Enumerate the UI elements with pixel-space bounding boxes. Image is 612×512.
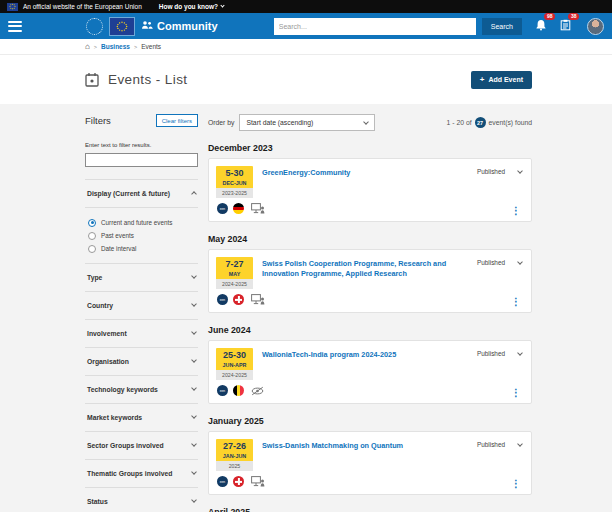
een-badge-icon: een [217, 203, 228, 214]
event-card[interactable]: 5-30 DEC-JUN 2023-2025 GreenEnergy:Commu… [208, 158, 532, 222]
radio-icon[interactable] [88, 245, 96, 253]
notifications-button[interactable]: 98 [535, 17, 547, 35]
filter-section[interactable]: Involvement [85, 320, 198, 348]
filter-section-label: Status [87, 498, 108, 505]
filter-section[interactable]: Thematic Groups involved [85, 460, 198, 488]
kebab-menu-icon[interactable]: ⋮ [511, 206, 521, 216]
month-header: June 2024 [208, 325, 532, 335]
event-date-ticket: 25-30 JUN-APR 2024-2025 [216, 348, 253, 380]
filter-section[interactable]: Type [85, 264, 198, 292]
results-count: 1 - 20 of 27 event(s) found [447, 117, 532, 128]
een-network-logo [86, 18, 103, 35]
filter-section-display[interactable]: Display (Current & future) [85, 179, 198, 208]
filter-section[interactable]: Organisation [85, 348, 198, 376]
event-status[interactable]: Published [477, 168, 522, 175]
event-month-group: May 2024 7-27 MAY 2024-2025 Swiss Polish… [208, 234, 532, 313]
breadcrumb: ⌂ > Business > Events [0, 39, 612, 54]
clear-filters-button[interactable]: Clear filters [156, 114, 198, 127]
chevron-down-icon [364, 119, 370, 125]
radio-icon[interactable] [88, 232, 96, 240]
event-status[interactable]: Published [477, 441, 522, 448]
event-title-link[interactable]: Swiss Polish Cooperation Programme, Rese… [262, 259, 459, 279]
radio-label: Current and future events [101, 219, 172, 226]
radio-label: Date interval [101, 245, 136, 252]
event-date-months: JUN-APR [216, 362, 253, 368]
search-button[interactable]: Search [482, 18, 522, 35]
home-icon[interactable]: ⌂ [85, 43, 90, 51]
menu-button[interactable] [8, 21, 22, 32]
een-badge-icon: een [217, 385, 228, 396]
filter-section[interactable]: Sector Groups involved [85, 432, 198, 460]
kebab-menu-icon[interactable]: ⋮ [511, 297, 521, 307]
radio-icon[interactable] [88, 219, 96, 227]
tasks-button[interactable]: 38 [560, 17, 571, 35]
user-avatar[interactable] [587, 18, 604, 35]
eye-event-icon [251, 386, 264, 396]
display-option[interactable]: Date interval [88, 245, 198, 253]
event-date-range: 27-26 [216, 442, 253, 452]
order-by-label: Order by [208, 119, 234, 126]
chevron-down-icon [191, 329, 197, 335]
event-title-link[interactable]: WalloniaTech-India program 2024-2025 [262, 350, 459, 360]
event-date-months: MAY [216, 271, 253, 277]
kebab-menu-icon[interactable]: ⋮ [511, 479, 521, 489]
results-count-badge: 27 [475, 117, 486, 128]
event-title-link[interactable]: Swiss-Danish Matchmaking on Quantum [262, 441, 459, 451]
filter-section[interactable]: Technology keywords [85, 376, 198, 404]
month-header: January 2025 [208, 416, 532, 426]
how-do-you-know-label: How do you know? [159, 3, 218, 10]
event-month-group: June 2024 25-30 JUN-APR 2024-2025 Wallon… [208, 325, 532, 404]
country-flag-icon [233, 294, 244, 305]
chevron-down-icon [191, 413, 197, 419]
event-title-link[interactable]: GreenEnergy:Community [262, 168, 459, 178]
country-flag-icon [233, 385, 244, 396]
display-option[interactable]: Current and future events [88, 219, 198, 227]
event-date-years: 2024-2025 [216, 370, 253, 380]
group-cards: 7-27 MAY 2024-2025 Swiss Polish Cooperat… [208, 249, 532, 313]
event-date-ticket: 27-26 JAN-JUN 2025 [216, 439, 253, 471]
order-by-value: Start date (ascending) [246, 119, 313, 126]
official-banner-text: An official website of the European Unio… [23, 3, 142, 10]
filter-section-label: Thematic Groups involved [87, 470, 172, 477]
month-header: May 2024 [208, 234, 532, 244]
chevron-down-icon [517, 259, 523, 265]
event-card[interactable]: 27-26 JAN-JUN 2025 Swiss-Danish Matchmak… [208, 431, 532, 495]
display-options: Current and future events Past events Da… [85, 208, 198, 264]
chevron-down-icon [191, 273, 197, 279]
filter-section-label: Involvement [87, 330, 127, 337]
community-home-link[interactable]: Community [141, 20, 218, 32]
search-input[interactable] [274, 18, 476, 35]
how-do-you-know-toggle[interactable]: How do you know? [159, 3, 224, 10]
event-status[interactable]: Published [477, 259, 522, 266]
event-card[interactable]: 7-27 MAY 2024-2025 Swiss Polish Cooperat… [208, 249, 532, 313]
order-by-select[interactable]: Start date (ascending) [239, 114, 375, 131]
filter-section[interactable]: Status [85, 488, 198, 512]
month-header: December 2023 [208, 143, 532, 153]
filter-sections: Type Country Involvement Organisation Te… [85, 264, 198, 512]
kebab-menu-icon[interactable]: ⋮ [511, 388, 521, 398]
display-option[interactable]: Past events [88, 232, 198, 240]
filter-section-label: Type [87, 274, 102, 281]
chevron-down-icon [191, 357, 197, 363]
event-meta-icons: een [217, 294, 265, 305]
tasks-badge: 38 [568, 13, 579, 20]
filter-section[interactable]: Country [85, 292, 198, 320]
filter-section-label: Display (Current & future) [87, 190, 170, 197]
filter-section-label: Organisation [87, 358, 129, 365]
page-title: Events - List [108, 72, 187, 87]
event-date-years: 2025 [216, 461, 253, 471]
event-card[interactable]: 25-30 JUN-APR 2024-2025 WalloniaTech-Ind… [208, 340, 532, 404]
text-filter-input[interactable] [85, 153, 198, 167]
text-filter-label: Enter text to filter results. [85, 142, 198, 148]
people-icon [141, 20, 153, 32]
breadcrumb-separator: > [94, 44, 97, 50]
breadcrumb-link-business[interactable]: Business [101, 43, 130, 50]
event-meta-icons: een [217, 476, 265, 487]
event-groups: December 2023 5-30 DEC-JUN 2023-2025 Gre… [208, 143, 532, 512]
filter-section[interactable]: Market keywords [85, 404, 198, 432]
add-event-button[interactable]: + Add Event [471, 71, 532, 89]
event-date-ticket: 5-30 DEC-JUN 2023-2025 [216, 166, 253, 198]
list-toolbar: Order by Start date (ascending) 1 - 20 o… [208, 114, 532, 131]
event-date-range: 25-30 [216, 351, 253, 361]
event-status[interactable]: Published [477, 350, 522, 357]
